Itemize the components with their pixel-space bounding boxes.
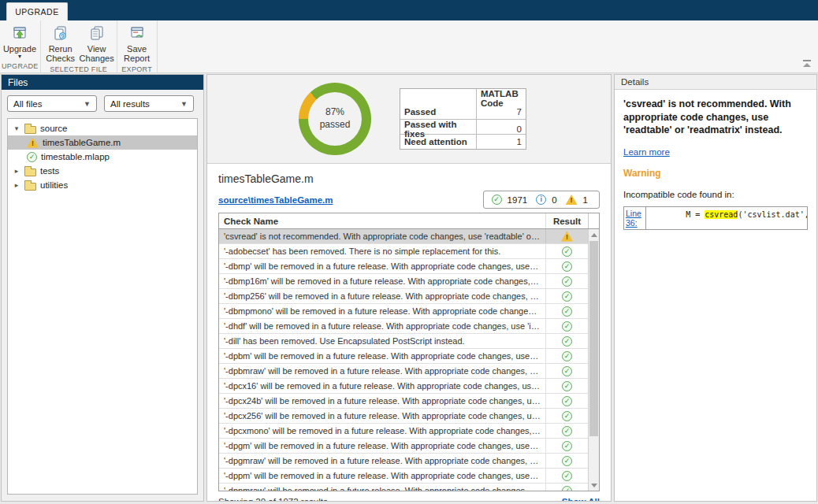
check-name-cell: '-dbmp16m' will be removed in a future r…: [219, 274, 545, 288]
folder-icon: [24, 183, 36, 191]
result-filter-dropdown[interactable]: All results ▼: [104, 95, 194, 112]
passed-count: 1971: [508, 195, 528, 205]
rerun-checks-button[interactable]: Rerun Checks: [43, 24, 79, 65]
result-icon: [562, 366, 572, 376]
show-all-link[interactable]: Show All: [562, 497, 600, 501]
result-cell: [545, 319, 588, 333]
table-row[interactable]: '-dbmp256' will be removed in a future r…: [219, 289, 599, 304]
folder-icon: [24, 126, 36, 134]
upgrade-icon: [12, 25, 28, 43]
check-name-cell: '-dbmp' will be removed in a future rele…: [219, 259, 545, 273]
table-row[interactable]: '-dbmp' will be removed in a future rele…: [219, 259, 599, 274]
report-section: timesTableGame.m source\timesTableGame.m…: [207, 164, 611, 501]
result-cell: [545, 244, 588, 258]
table-row[interactable]: '-dppm' will be removed in a future rele…: [219, 469, 599, 484]
code-snippet-table: Line 36: M = csvread('csvlist.dat',: [623, 206, 808, 230]
summary-band: 87% passed MATLAB Code Passed 7 Passed w…: [207, 75, 611, 164]
result-icon: [562, 246, 572, 257]
result-column-header: Result: [545, 213, 588, 228]
chevron-down-icon: ▼: [180, 100, 188, 108]
result-icon: [562, 336, 572, 346]
check-name-cell: '-dppmraw' will be removed in a future r…: [219, 484, 545, 491]
found-in-label: Incompatible code found in:: [623, 190, 808, 199]
tree-item[interactable]: ▾ source: [8, 121, 197, 135]
table-row[interactable]: '-dpgmraw' will be removed in a future r…: [219, 454, 599, 469]
passed-icon: [27, 152, 37, 162]
scroll-down-icon[interactable]: [589, 480, 599, 491]
details-panel-title: Details: [621, 77, 649, 87]
pass-percent: 87%: [325, 106, 344, 119]
table-row[interactable]: '-dpcxmono' will be removed in a future …: [219, 424, 599, 439]
table-row[interactable]: '-dpbm' will be removed in a future rele…: [219, 349, 599, 364]
workspace: Files All files ▼ All results ▼ ▾ source…: [0, 73, 818, 503]
titlebar: UPGRADE: [0, 0, 818, 20]
file-filter-dropdown[interactable]: All files ▼: [7, 95, 97, 112]
summary-header-row: MATLAB Code: [400, 89, 526, 104]
check-table: Check Name Result 'csvread' is not recom…: [218, 213, 600, 491]
tab-upgrade-label: UPGRADE: [15, 7, 58, 17]
table-row[interactable]: '-dill' has been removed. Use Encapsulat…: [219, 334, 599, 349]
file-path-link[interactable]: source\timesTableGame.m: [218, 195, 333, 205]
result-cell: [545, 259, 588, 273]
expander-icon[interactable]: ▸: [13, 167, 20, 175]
summary-row: Passed 7: [400, 104, 526, 119]
tree-item[interactable]: ▸ utilities: [8, 178, 197, 192]
details-panel-header: Details: [615, 75, 816, 90]
tree-item[interactable]: ▸ tests: [8, 164, 197, 178]
passed-icon: [492, 195, 502, 205]
check-name-cell: '-dpgm' will be removed in a future rele…: [219, 439, 545, 453]
table-row[interactable]: '-dpcx256' will be removed in a future r…: [219, 409, 599, 424]
table-scrollbar[interactable]: [588, 229, 599, 491]
tree-item[interactable]: timestable.mlapp: [8, 150, 197, 164]
collapse-ribbon-icon[interactable]: [802, 60, 812, 68]
save-report-icon: [129, 25, 145, 43]
tree-item-label: timestable.mlapp: [41, 152, 110, 161]
result-cell: [545, 229, 588, 243]
table-row[interactable]: '-dbmpmono' will be removed in a future …: [219, 304, 599, 319]
rerun-checks-icon: [53, 25, 69, 43]
result-icon: [561, 232, 573, 242]
result-icon: [562, 381, 572, 391]
files-panel-header: Files: [2, 75, 203, 90]
view-changes-button[interactable]: View Changes: [79, 24, 115, 65]
table-row[interactable]: 'csvread' is not recommended. With appro…: [219, 229, 599, 244]
toolbar-group-selected-file: Rerun Checks View Changes SELECTED FILE: [41, 20, 117, 72]
code-before: M =: [648, 210, 705, 219]
learn-more-link[interactable]: Learn more: [623, 147, 670, 157]
table-row[interactable]: '-dbmp16m' will be removed in a future r…: [219, 274, 599, 289]
save-report-button[interactable]: Save Report: [119, 24, 155, 65]
scrollbar-corner: [588, 213, 599, 228]
scrollbar-thumb[interactable]: [589, 241, 598, 436]
toolbar-group-upgrade: Upgrade ▾ UPGRADE: [0, 20, 41, 72]
table-row[interactable]: '-dpbmraw' will be removed in a future r…: [219, 364, 599, 379]
check-name-cell: '-dpbmraw' will be removed in a future r…: [219, 364, 545, 378]
check-name-cell: '-dbmpmono' will be removed in a future …: [219, 304, 545, 318]
check-table-body: 'csvread' is not recommended. With appro…: [219, 229, 599, 491]
report-file-title: timesTableGame.m: [218, 172, 600, 185]
result-filter-value: All results: [110, 99, 150, 109]
scroll-up-icon[interactable]: [589, 229, 599, 240]
toolbar-group-export-label: EXPORT: [119, 65, 155, 75]
result-icon: [562, 411, 572, 421]
expander-icon[interactable]: ▾: [13, 124, 20, 132]
table-row[interactable]: '-adobecset' has been removed. There is …: [219, 244, 599, 259]
result-cell: [545, 484, 588, 491]
check-name-cell: '-dpcx16' will be removed in a future re…: [219, 379, 545, 393]
table-row[interactable]: '-dpcx16' will be removed in a future re…: [219, 379, 599, 394]
tree-item-label: tests: [40, 166, 59, 176]
tab-upgrade[interactable]: UPGRADE: [6, 2, 68, 20]
line-number-link[interactable]: Line 36:: [626, 209, 641, 228]
table-row[interactable]: '-dppmraw' will be removed in a future r…: [219, 484, 599, 491]
check-name-cell: '-dill' has been removed. Use Encapsulat…: [219, 334, 545, 348]
details-panel: Details 'csvread' is not recommended. Wi…: [614, 74, 817, 502]
toolbar-group-selected-file-label: SELECTED FILE: [43, 65, 115, 75]
toolbar: Upgrade ▾ UPGRADE Rerun Checks View Chan…: [0, 20, 818, 73]
chevron-down-icon: ▾: [18, 54, 21, 59]
table-row[interactable]: '-dpgm' will be removed in a future rele…: [219, 439, 599, 454]
tree-item[interactable]: timesTableGame.m: [8, 135, 197, 150]
upgrade-button[interactable]: Upgrade ▾: [2, 24, 38, 61]
table-row[interactable]: '-dpcx24b' will be removed in a future r…: [219, 394, 599, 409]
table-row[interactable]: '-dhdf' will be removed in a future rele…: [219, 319, 599, 334]
result-icon: [562, 276, 572, 287]
expander-icon[interactable]: ▸: [13, 181, 20, 189]
